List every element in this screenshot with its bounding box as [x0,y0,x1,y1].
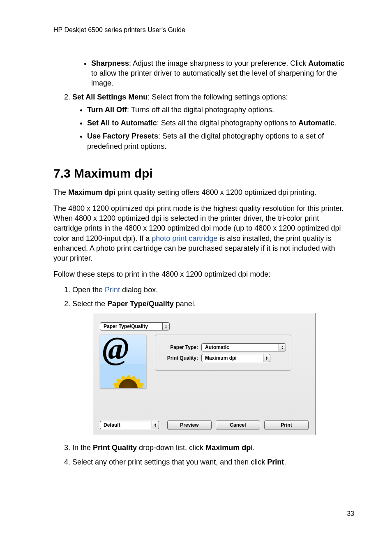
label-sharpness: Sharpness [91,59,129,67]
print-dialog: Paper Type/Quality ▲▼ [93,313,316,435]
bold-ptq: Paper Type/Quality [107,300,174,308]
text: print quality setting offers 4800 x 1200… [115,188,316,196]
para-max-dpi-intro: The Maximum dpi print quality setting of… [53,187,349,197]
text: panel. [174,300,196,308]
section-heading-7-3: 7.3 Maximum dpi [53,165,349,182]
dialog-inner: Paper Type/Quality ▲▼ [93,313,315,435]
bold-print: Print [267,458,284,466]
para-follow-steps: Follow these steps to print in the 4800 … [53,269,349,279]
page-number: 33 [347,509,354,518]
print-quality-row: Print Quality: Maximum dpi ▲▼ [160,354,286,362]
bullet-turn-all-off: Turn All Off: Turns off all the digital … [87,105,349,115]
text: : Select from the following settings opt… [148,93,288,101]
text: : Adjust the image sharpness to your pre… [129,59,308,67]
step-open-print: Open the Print dialog box. [72,285,349,295]
bullet-set-all-automatic: Set All to Automatic: Sets all the digit… [87,118,349,128]
label-automatic: Automatic [308,59,344,67]
print-quality-label: Print Quality: [160,355,198,361]
paper-type-row: Paper Type: Automatic ▲▼ [160,343,286,351]
step-choose-max-dpi: In the Print Quality drop-down list, cli… [72,443,349,453]
step-set-all-settings: Set All Settings Menu: Select from the f… [72,92,349,151]
text: drop-down list, click [137,444,205,452]
step-click-print: Select any other print settings that you… [72,457,349,467]
bullet-sharpness: Sharpness: Adjust the image sharpness to… [91,58,349,88]
bold-max-dpi-2: Maximum dpi [205,444,253,452]
dialog-footer: Default ▲▼ Preview Cancel Print [100,420,309,430]
preview-button[interactable]: Preview [167,420,212,430]
set-all-bullets: Turn All Off: Turns off all the digital … [72,105,349,151]
text: : Turns off all the digital photography … [127,106,274,114]
continuation-bullets: Sharpness: Adjust the image sharpness to… [76,58,349,88]
print-button[interactable]: Print [264,420,309,430]
label: Set All to Automatic [87,119,157,127]
preset-select[interactable]: Default ▲▼ [100,421,159,429]
step-select-panel: Select the Paper Type/Quality panel. Pap… [72,299,349,435]
text: . [284,458,286,466]
paper-type-label: Paper Type: [160,344,198,351]
updown-arrows-icon: ▲▼ [152,421,159,429]
paper-type-select[interactable]: Automatic ▲▼ [201,343,286,351]
bold-print-quality: Print Quality [93,444,137,452]
text: . [253,444,255,452]
label-set-all-settings: Set All Settings Menu [72,93,148,101]
text: to allow the printer driver to automatic… [91,69,337,87]
bullet-use-factory: Use Factory Presets: Sets all the digita… [87,131,349,151]
text: dialog box. [120,286,158,294]
updown-arrows-icon: ▲▼ [162,323,169,330]
steps-list: Open the Print dialog box. Select the Pa… [53,285,349,467]
print-quality-select[interactable]: Maximum dpi ▲▼ [201,354,270,362]
link-photo-print-cartridge[interactable]: photo print cartridge [152,234,217,243]
thumb-at-symbol: @ [102,335,129,364]
preset-value: Default [100,422,152,428]
text: Select the [72,300,107,308]
updown-arrows-icon: ▲▼ [279,344,286,351]
main-list-part1: Set All Settings Menu: Select from the f… [53,92,349,151]
text: : Sets all the digital photography optio… [157,119,298,127]
label: Use Factory Presets [87,132,158,140]
panel-body: @ Paper Type: Automatic ▲▼ [100,335,309,388]
panel-select[interactable]: Paper Type/Quality ▲▼ [100,322,170,330]
preview-thumbnail: @ [100,335,146,388]
bold-max-dpi: Maximum dpi [68,188,115,196]
print-quality-value: Maximum dpi [202,355,263,361]
para-max-dpi-detail: The 4800 x 1200 optimized dpi print mode… [53,203,349,263]
tail-bold: Automatic [298,119,334,127]
label: Turn All Off [87,106,127,114]
text: Select any other print settings that you… [72,458,267,466]
panel-select-value: Paper Type/Quality [100,323,162,330]
cancel-button[interactable]: Cancel [216,420,260,430]
text: Open the [72,286,105,294]
tail-rest: . [334,119,337,127]
fields-group: Paper Type: Automatic ▲▼ Print Quality: … [155,335,291,371]
paper-type-value: Automatic [202,344,279,351]
text: The [53,188,68,196]
text: In the [72,444,93,452]
updown-arrows-icon: ▲▼ [263,354,270,362]
page: HP Deskjet 6500 series printers User's G… [0,0,392,543]
running-head: HP Deskjet 6500 series printers User's G… [53,25,349,35]
link-print-dialog[interactable]: Print [105,286,120,294]
panel-select-row: Paper Type/Quality ▲▼ [100,322,309,330]
